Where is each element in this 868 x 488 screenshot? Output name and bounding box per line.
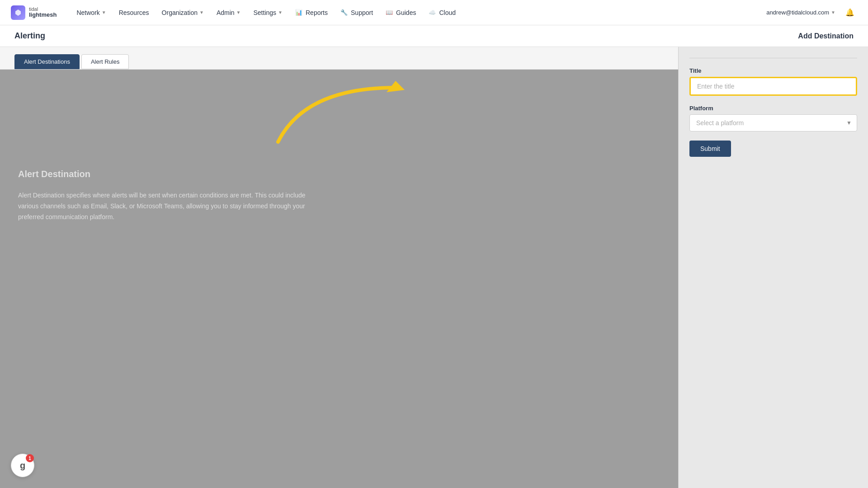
nav-reports[interactable]: 📊 Reports bbox=[290, 6, 333, 19]
arrow-annotation bbox=[262, 61, 420, 160]
right-panel-header-title: Add Destination bbox=[798, 32, 854, 40]
organization-chevron-icon: ▼ bbox=[199, 10, 204, 15]
nav-links: Network ▼ Resources Organization ▼ Admin… bbox=[71, 6, 752, 19]
platform-select[interactable]: Select a platform Email Slack Microsoft … bbox=[689, 114, 857, 131]
content-area: Alert Destination Alert Destination spec… bbox=[0, 70, 678, 488]
submit-button[interactable]: Submit bbox=[689, 141, 731, 157]
alert-destination-heading: Alert Destination bbox=[18, 169, 335, 179]
logo[interactable]: tidal lightmesh bbox=[11, 5, 57, 20]
right-panel: Title Platform Select a platform Email S… bbox=[678, 47, 868, 488]
notification-bell[interactable]: 🔔 bbox=[843, 5, 857, 20]
nav-support[interactable]: 🔧 Support bbox=[335, 6, 378, 19]
nav-guides[interactable]: 📖 Guides bbox=[380, 6, 421, 19]
grader-letter: g bbox=[20, 460, 25, 471]
left-content: Alert Destinations Alert Rules Alert Des… bbox=[0, 47, 678, 488]
page-title: Alerting bbox=[14, 31, 798, 41]
platform-form-group: Platform Select a platform Email Slack M… bbox=[689, 105, 857, 131]
nav-right: andrew@tidalcloud.com ▼ 🔔 bbox=[766, 5, 857, 20]
user-menu[interactable]: andrew@tidalcloud.com ▼ bbox=[766, 9, 835, 16]
tabs-bar: Alert Destinations Alert Rules bbox=[0, 47, 678, 70]
platform-label: Platform bbox=[689, 105, 857, 112]
admin-chevron-icon: ▼ bbox=[236, 10, 241, 15]
logo-lightmesh-label: lightmesh bbox=[29, 12, 57, 18]
page-header: Alerting Add Destination bbox=[0, 25, 868, 47]
nav-cloud[interactable]: ☁️ Cloud bbox=[423, 6, 461, 19]
title-form-group: Title bbox=[689, 67, 857, 96]
settings-chevron-icon: ▼ bbox=[278, 10, 283, 15]
user-chevron-icon: ▼ bbox=[831, 10, 835, 15]
alert-destination-description: Alert Destination specifies where alerts… bbox=[18, 190, 312, 222]
svg-marker-0 bbox=[387, 81, 405, 92]
nav-admin[interactable]: Admin ▼ bbox=[211, 6, 246, 19]
nav-organization[interactable]: Organization ▼ bbox=[156, 6, 209, 19]
title-label: Title bbox=[689, 67, 857, 74]
network-chevron-icon: ▼ bbox=[102, 10, 106, 15]
grader-icon[interactable]: g 1 bbox=[11, 454, 34, 477]
grader-badge: 1 bbox=[26, 454, 34, 462]
alert-destination-section: Alert Destination Alert Destination spec… bbox=[18, 169, 335, 222]
tab-alert-destinations[interactable]: Alert Destinations bbox=[14, 54, 80, 69]
platform-select-wrapper: Select a platform Email Slack Microsoft … bbox=[689, 114, 857, 131]
nav-network[interactable]: Network ▼ bbox=[71, 6, 111, 19]
nav-settings[interactable]: Settings ▼ bbox=[248, 6, 288, 19]
main-layout: Alert Destinations Alert Rules Alert Des… bbox=[0, 47, 868, 488]
tab-alert-rules[interactable]: Alert Rules bbox=[81, 54, 129, 69]
nav-resources[interactable]: Resources bbox=[113, 6, 155, 19]
logo-text: tidal lightmesh bbox=[29, 6, 57, 18]
title-input[interactable] bbox=[689, 77, 857, 96]
logo-icon bbox=[11, 5, 25, 20]
divider bbox=[689, 58, 857, 58]
navbar: tidal lightmesh Network ▼ Resources Orga… bbox=[0, 0, 868, 25]
